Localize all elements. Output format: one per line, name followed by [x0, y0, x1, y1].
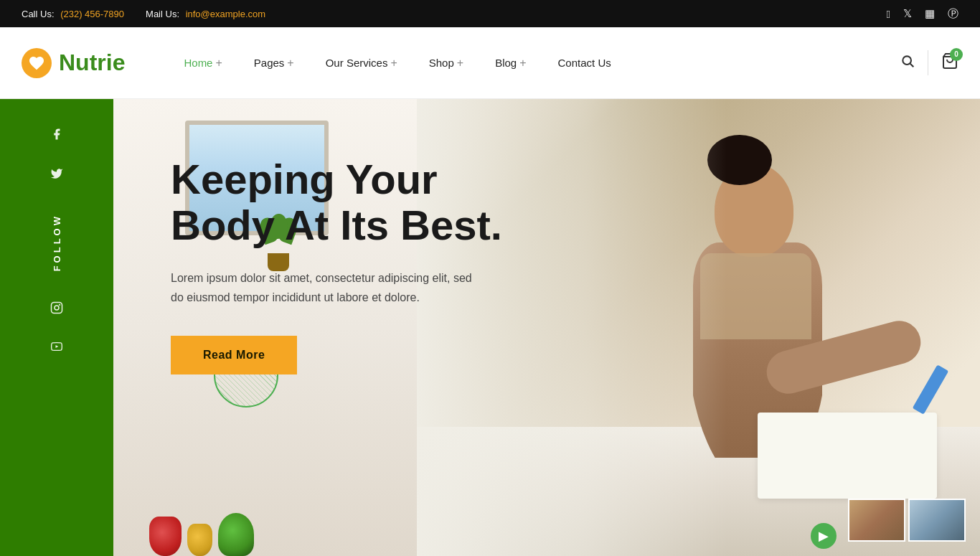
mail-email[interactable]: info@example.com — [186, 9, 265, 19]
sidebar: FOLLOW — [0, 99, 113, 556]
green-pepper-icon — [218, 513, 254, 556]
sidebar-twitter-icon[interactable] — [50, 167, 63, 184]
call-number[interactable]: (232) 456-7890 — [60, 9, 124, 19]
cart-button[interactable]: 0 — [941, 52, 958, 74]
svg-point-5 — [60, 305, 60, 306]
hero-content: Keeping Your Body At Its Best. Lorem ips… — [113, 99, 630, 418]
facebook-icon-top[interactable]:  — [887, 8, 890, 20]
instagram-icon-top[interactable]: ▦ — [925, 7, 935, 20]
nav-pages[interactable]: Pages + — [238, 27, 310, 99]
sidebar-facebook-icon[interactable] — [50, 128, 63, 144]
main-nav: Home + Pages + Our Services + Shop + Blo… — [168, 27, 900, 99]
search-button[interactable] — [900, 54, 915, 72]
svg-point-4 — [55, 306, 59, 310]
svg-marker-6 — [56, 345, 59, 348]
twitter-icon-top[interactable]: 𝕏 — [903, 7, 912, 20]
cart-badge: 0 — [950, 48, 963, 61]
svg-line-1 — [910, 64, 914, 67]
header: Nutrie Home + Pages + Our Services + Sho… — [0, 27, 980, 99]
top-bar-left: Call Us: (232) 456-7890 Mail Us: info@ex… — [22, 9, 265, 19]
logo-icon — [22, 48, 52, 78]
follow-label: FOLLOW — [52, 214, 62, 271]
call-info: Call Us: (232) 456-7890 — [22, 9, 124, 19]
hero-buttons: Read More — [171, 336, 587, 374]
main-layout: FOLLOW — [0, 99, 980, 556]
red-pepper-icon — [149, 517, 182, 556]
thumbnail-strip — [848, 499, 966, 542]
veggie-decoration — [149, 513, 254, 556]
nav-blog[interactable]: Blog + — [479, 27, 542, 99]
nav-services[interactable]: Our Services + — [310, 27, 413, 99]
header-actions: 0 — [900, 50, 958, 75]
hero-description: Lorem ipsum dolor sit amet, consectetur … — [171, 268, 479, 307]
svg-rect-3 — [52, 303, 62, 314]
sidebar-youtube-icon[interactable] — [50, 341, 64, 356]
nav-contact[interactable]: Contact Us — [542, 27, 627, 99]
next-slide-button[interactable]: ▶ — [811, 523, 837, 549]
nav-home[interactable]: Home + — [168, 27, 237, 99]
mail-info: Mail Us: info@example.com — [146, 9, 265, 19]
logo[interactable]: Nutrie — [22, 48, 125, 78]
top-bar: Call Us: (232) 456-7890 Mail Us: info@ex… — [0, 0, 980, 27]
pinterest-icon-top[interactable]: Ⓟ — [948, 7, 958, 21]
thumbnail-2[interactable] — [908, 499, 966, 542]
hero-title: Keeping Your Body At Its Best. — [171, 156, 587, 248]
read-more-button[interactable]: Read More — [171, 336, 297, 374]
header-divider — [928, 50, 928, 75]
hero-section: Keeping Your Body At Its Best. Lorem ips… — [113, 99, 980, 556]
sidebar-instagram-icon[interactable] — [50, 301, 63, 318]
logo-text: Nutrie — [59, 50, 125, 76]
thumbnail-1[interactable] — [848, 499, 905, 542]
yellow-pepper-icon — [187, 524, 212, 556]
nav-shop[interactable]: Shop + — [413, 27, 479, 99]
top-bar-social:  𝕏 ▦ Ⓟ — [887, 7, 958, 21]
svg-point-0 — [903, 56, 911, 65]
